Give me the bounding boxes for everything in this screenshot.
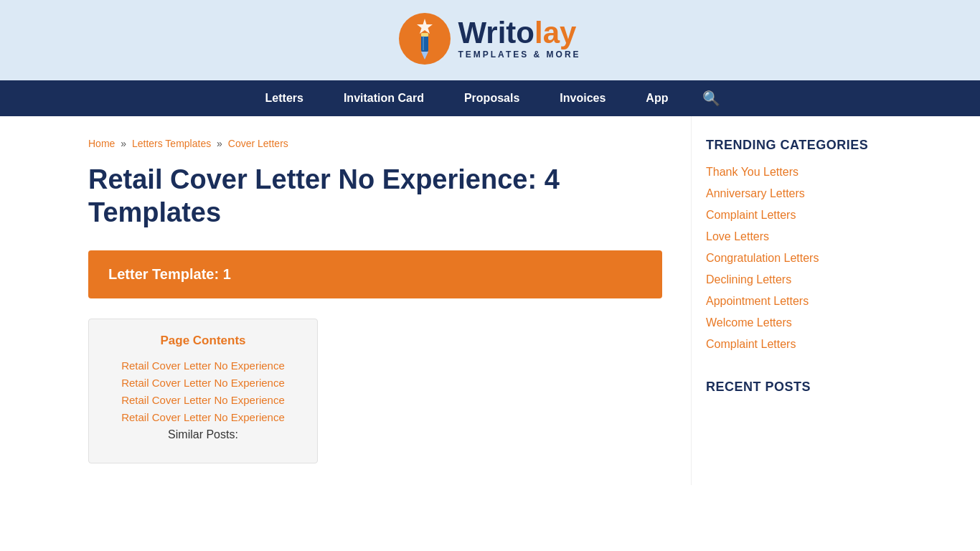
svg-rect-4 [421, 33, 428, 37]
similar-posts-item: Similar Posts: [110, 428, 296, 441]
trending-item-1[interactable]: Anniversary Letters [706, 187, 805, 199]
nav-search-icon[interactable]: 🔍 [688, 90, 735, 107]
nav-item-proposals[interactable]: Proposals [444, 80, 540, 116]
list-item[interactable]: Complaint Letters [706, 209, 906, 222]
trending-item-4[interactable]: Congratulation Letters [706, 252, 819, 264]
list-item[interactable]: Retail Cover Letter No Experience [110, 359, 296, 372]
list-item[interactable]: Retail Cover Letter No Experience [110, 411, 296, 424]
nav-item-invoices[interactable]: Invoices [540, 80, 626, 116]
list-item[interactable]: Congratulation Letters [706, 252, 906, 265]
logo[interactable]: Writolay TEMPLATES & MORE [399, 13, 580, 65]
breadcrumb-sep-1: » [121, 138, 129, 149]
list-item[interactable]: Declining Letters [706, 273, 906, 286]
contents-link-4[interactable]: Retail Cover Letter No Experience [121, 411, 285, 423]
recent-posts-section: RECENT POSTS [706, 380, 906, 395]
nav-item-app[interactable]: App [626, 80, 688, 116]
logo-lay: lay [534, 16, 576, 50]
breadcrumb-letters-templates[interactable]: Letters Templates [132, 138, 211, 149]
nav-link-proposals[interactable]: Proposals [444, 80, 540, 116]
logo-icon [399, 13, 451, 65]
page-contents-box: Page Contents Retail Cover Letter No Exp… [88, 319, 318, 463]
page-contents-heading: Page Contents [110, 334, 296, 348]
breadcrumb-sep-2: » [217, 138, 225, 149]
list-item[interactable]: Retail Cover Letter No Experience [110, 377, 296, 390]
main-content: Home » Letters Templates » Cover Letters… [74, 116, 691, 485]
logo-writo: Writo [458, 16, 534, 50]
nav-link-invitation[interactable]: Invitation Card [324, 80, 444, 116]
trending-item-3[interactable]: Love Letters [706, 230, 769, 242]
recent-posts-heading: RECENT POSTS [706, 380, 906, 395]
list-item[interactable]: Anniversary Letters [706, 187, 906, 200]
breadcrumb-home[interactable]: Home [88, 138, 115, 149]
breadcrumb-cover-letters[interactable]: Cover Letters [228, 138, 288, 149]
list-item[interactable]: Love Letters [706, 230, 906, 243]
trending-item-7[interactable]: Welcome Letters [706, 316, 792, 329]
logo-tagline: TEMPLATES & MORE [458, 50, 580, 60]
trending-item-8[interactable]: Complaint Letters [706, 338, 796, 350]
trending-categories-section: TRENDING CATEGORIES Thank You Letters An… [706, 138, 906, 351]
similar-posts-label: Similar Posts: [168, 428, 238, 441]
page-title: Retail Cover Letter No Experience: 4 Tem… [88, 164, 662, 229]
nav-link-app[interactable]: App [626, 80, 688, 116]
breadcrumb: Home » Letters Templates » Cover Letters [88, 138, 662, 149]
nav-item-letters[interactable]: Letters [245, 80, 324, 116]
contents-link-1[interactable]: Retail Cover Letter No Experience [121, 359, 285, 372]
page-contents-list: Retail Cover Letter No Experience Retail… [110, 359, 296, 441]
logo-name: Writolay [458, 18, 576, 48]
trending-item-6[interactable]: Appointment Letters [706, 295, 809, 307]
list-item[interactable]: Retail Cover Letter No Experience [110, 394, 296, 407]
logo-text: Writolay TEMPLATES & MORE [458, 18, 580, 60]
search-icon[interactable]: 🔍 [688, 79, 735, 118]
list-item[interactable]: Thank You Letters [706, 166, 906, 179]
trending-item-2[interactable]: Complaint Letters [706, 209, 796, 221]
nav-link-letters[interactable]: Letters [245, 80, 324, 116]
list-item[interactable]: Welcome Letters [706, 316, 906, 329]
template-box: Letter Template: 1 [88, 250, 662, 298]
trending-item-5[interactable]: Declining Letters [706, 273, 791, 286]
list-item[interactable]: Complaint Letters [706, 338, 906, 351]
main-nav: Letters Invitation Card Proposals Invoic… [0, 80, 980, 116]
template-box-label: Letter Template: 1 [108, 266, 231, 282]
nav-item-invitation[interactable]: Invitation Card [324, 80, 444, 116]
trending-heading: TRENDING CATEGORIES [706, 138, 906, 153]
contents-link-3[interactable]: Retail Cover Letter No Experience [121, 394, 285, 406]
contents-link-2[interactable]: Retail Cover Letter No Experience [121, 377, 285, 389]
page-wrapper: Home » Letters Templates » Cover Letters… [60, 116, 920, 485]
list-item[interactable]: Appointment Letters [706, 295, 906, 308]
trending-item-0[interactable]: Thank You Letters [706, 166, 798, 178]
svg-rect-5 [423, 36, 424, 50]
trending-list: Thank You Letters Anniversary Letters Co… [706, 166, 906, 351]
sidebar: TRENDING CATEGORIES Thank You Letters An… [691, 116, 906, 485]
site-header: Writolay TEMPLATES & MORE [0, 0, 980, 80]
nav-link-invoices[interactable]: Invoices [540, 80, 626, 116]
